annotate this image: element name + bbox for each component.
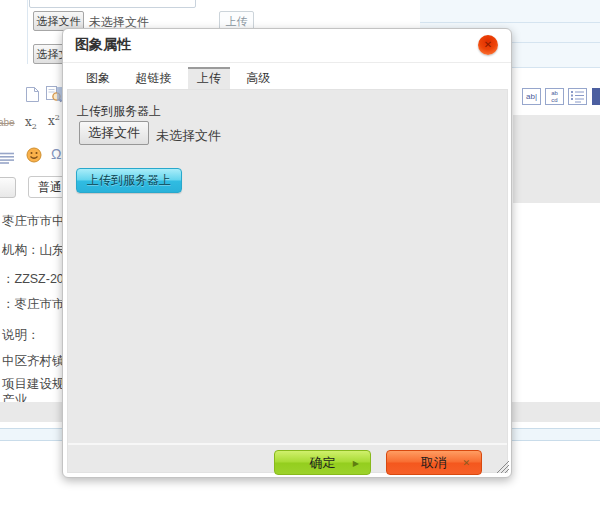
superscript-icon[interactable]: x2 xyxy=(48,113,60,128)
ok-button[interactable]: 确定 ▶ xyxy=(274,450,371,475)
doc-text-line: 机构：山东 xyxy=(2,242,65,259)
doc-text-line: 枣庄市市中 xyxy=(2,213,65,230)
tab-link[interactable]: 超链接 xyxy=(126,67,180,89)
new-page-icon[interactable] xyxy=(25,86,40,107)
cancel-button-label: 取消 xyxy=(421,455,447,470)
tab-upload[interactable]: 上传 xyxy=(188,67,230,89)
cancel-button[interactable]: 取消 ✕ xyxy=(386,450,482,475)
tab-image[interactable]: 图象 xyxy=(77,67,119,89)
superscript-base: x xyxy=(48,114,55,128)
toolbar-gray-area xyxy=(513,115,600,203)
textfield-icon[interactable]: ab| xyxy=(522,88,541,105)
tab-content-panel xyxy=(67,89,508,473)
subscript-icon[interactable]: x2 xyxy=(25,115,37,131)
textarea-icon-bottom: cd xyxy=(546,97,563,104)
doc-text-line: 说明： xyxy=(2,327,40,344)
ok-button-label: 确定 xyxy=(310,455,336,470)
emoticon-icon[interactable] xyxy=(26,147,42,167)
upload-to-server-label: 上传到服务器上 xyxy=(77,103,161,120)
close-icon[interactable]: ✕ xyxy=(478,35,498,55)
arrow-right-icon: ▶ xyxy=(353,451,359,476)
dialog-tabbar: 图象 超链接 上传 高级 xyxy=(77,67,282,89)
table-row xyxy=(420,0,600,23)
page: 选择文件 未选择文件 上传 选择文件 ab| ab cd abe x2 x2 Ω xyxy=(0,0,600,530)
doc-text-line: 中区齐村镇 xyxy=(2,353,65,370)
subscript-digit: 2 xyxy=(32,122,37,131)
doc-text-line: ：枣庄市市 xyxy=(2,296,65,313)
resize-handle-icon[interactable] xyxy=(495,459,511,474)
special-char-icon[interactable]: Ω xyxy=(51,146,61,162)
superscript-digit: 2 xyxy=(55,113,60,122)
select-list-icon[interactable] xyxy=(568,88,587,105)
cancel-x-icon: ✕ xyxy=(462,451,470,476)
text-input-partial[interactable] xyxy=(29,0,196,8)
image-properties-dialog: 图象属性 ✕ 图象 超链接 上传 高级 上传到服务器上 选择文件 未选择文件 上… xyxy=(62,28,512,478)
doc-text-line: ：ZZSZ-201 xyxy=(2,271,71,288)
upload-to-server-button[interactable]: 上传到服务器上 xyxy=(76,168,182,193)
tab-advanced[interactable]: 高级 xyxy=(237,67,279,89)
table-cell-border xyxy=(27,0,28,64)
choose-file-button[interactable]: 选择文件 xyxy=(79,121,149,145)
doc-text-line: 项目建设规 xyxy=(2,376,65,393)
dialog-title: 图象属性 xyxy=(75,36,131,54)
strikethrough-icon[interactable]: abe xyxy=(0,117,15,128)
subscript-base: x xyxy=(25,115,32,129)
textarea-icon[interactable]: ab cd xyxy=(545,88,564,105)
title-divider xyxy=(63,62,511,63)
toolbar-icon-partial[interactable] xyxy=(592,88,600,105)
justify-icon[interactable] xyxy=(0,150,15,168)
no-file-selected-text: 未选择文件 xyxy=(156,127,221,145)
textarea-icon-top: ab xyxy=(546,90,563,97)
toolbar-dropdown-partial[interactable] xyxy=(0,177,16,198)
footer-divider xyxy=(68,443,507,445)
